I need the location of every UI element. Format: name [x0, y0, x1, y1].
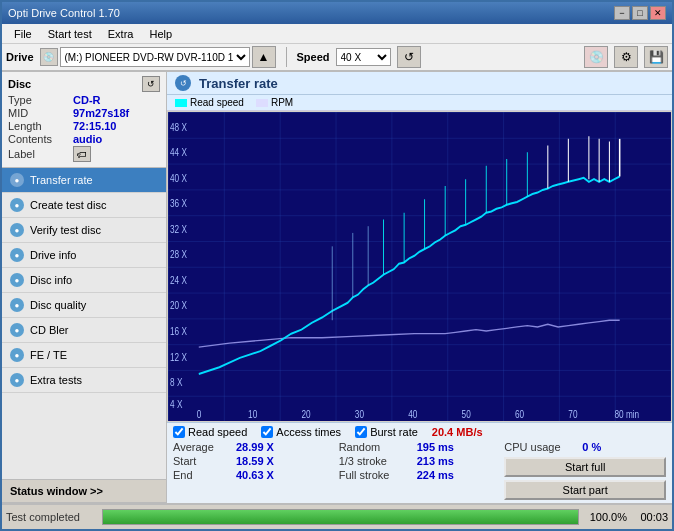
- mid-value: 97m27s18f: [73, 107, 129, 119]
- random-label: Random: [339, 441, 409, 453]
- drive-label: Drive: [6, 51, 34, 63]
- disc-label-button[interactable]: 🏷: [73, 146, 91, 162]
- nav-verify-test-disc[interactable]: ● Verify test disc: [2, 218, 166, 243]
- maximize-button[interactable]: □: [632, 6, 648, 20]
- access-times-checkbox[interactable]: [261, 426, 273, 438]
- window-controls: − □ ✕: [614, 6, 666, 20]
- disc-refresh-button[interactable]: ↺: [142, 76, 160, 92]
- cpu-value: 0 %: [582, 441, 601, 453]
- length-label: Length: [8, 120, 73, 132]
- cpu-label: CPU usage: [504, 441, 574, 453]
- extra-tests-icon: ●: [10, 373, 24, 387]
- nav-disc-info[interactable]: ● Disc info: [2, 268, 166, 293]
- legend-read-speed: Read speed: [175, 97, 244, 108]
- random-value: 195 ms: [417, 441, 454, 453]
- minimize-button[interactable]: −: [614, 6, 630, 20]
- nav-disc-quality[interactable]: ● Disc quality: [2, 293, 166, 318]
- fe-te-icon: ●: [10, 348, 24, 362]
- verify-test-disc-icon: ●: [10, 223, 24, 237]
- drive-select[interactable]: (M:) PIONEER DVD-RW DVR-110D 1.17: [60, 47, 250, 67]
- svg-text:4 X: 4 X: [170, 397, 183, 409]
- svg-text:0: 0: [197, 408, 202, 420]
- nav-fe-te-label: FE / TE: [30, 349, 67, 361]
- chart-icon: ↺: [175, 75, 191, 91]
- nav-extra-tests-label: Extra tests: [30, 374, 82, 386]
- chart-area: 48 X 44 X 40 X 36 X 32 X 28 X 24 X 20 X …: [168, 112, 671, 421]
- burst-rate-checkbox-label[interactable]: Burst rate: [355, 426, 418, 438]
- svg-text:28 X: 28 X: [170, 248, 187, 260]
- svg-text:24 X: 24 X: [170, 274, 187, 286]
- end-label: End: [173, 469, 228, 481]
- chart-footer: Read speed Access times Burst rate 20.4 …: [167, 422, 672, 503]
- title-bar: Opti Drive Control 1.70 − □ ✕: [2, 2, 672, 24]
- contents-label: Contents: [8, 133, 73, 145]
- svg-text:70: 70: [568, 408, 577, 420]
- start-full-button[interactable]: Start full: [504, 457, 666, 477]
- one-third-label: 1/3 stroke: [339, 455, 409, 467]
- save-button[interactable]: 💾: [644, 46, 668, 68]
- legend-rpm: RPM: [256, 97, 293, 108]
- controls-bar: Drive 💿 (M:) PIONEER DVD-RW DVR-110D 1.1…: [2, 44, 672, 72]
- svg-text:36 X: 36 X: [170, 197, 187, 209]
- legend-read-speed-label: Read speed: [190, 97, 244, 108]
- nav-create-test-disc[interactable]: ● Create test disc: [2, 193, 166, 218]
- nav-transfer-rate-label: Transfer rate: [30, 174, 93, 186]
- disc-icon-button[interactable]: 💿: [584, 46, 608, 68]
- end-value: 40.63 X: [236, 469, 274, 481]
- close-button[interactable]: ✕: [650, 6, 666, 20]
- svg-text:12 X: 12 X: [170, 350, 187, 362]
- nav-drive-info[interactable]: ● Drive info: [2, 243, 166, 268]
- nav-drive-info-label: Drive info: [30, 249, 76, 261]
- access-times-checkbox-text: Access times: [276, 426, 341, 438]
- menu-start-test[interactable]: Start test: [40, 26, 100, 42]
- access-times-checkbox-label[interactable]: Access times: [261, 426, 341, 438]
- type-value: CD-R: [73, 94, 101, 106]
- start-part-button[interactable]: Start part: [504, 480, 666, 500]
- mid-label: MID: [8, 107, 73, 119]
- menu-extra[interactable]: Extra: [100, 26, 142, 42]
- average-value: 28.99 X: [236, 441, 274, 453]
- eject-button[interactable]: ▲: [252, 46, 276, 68]
- speed-refresh-button[interactable]: ↺: [397, 46, 421, 68]
- length-value: 72:15.10: [73, 120, 116, 132]
- contents-value: audio: [73, 133, 102, 145]
- burst-rate-checkbox[interactable]: [355, 426, 367, 438]
- read-speed-color: [175, 99, 187, 107]
- disc-quality-icon: ●: [10, 298, 24, 312]
- one-third-value: 213 ms: [417, 455, 454, 467]
- svg-text:40: 40: [408, 408, 417, 420]
- status-window-button[interactable]: Status window >>: [2, 479, 166, 503]
- type-label: Type: [8, 94, 73, 106]
- chart-legend: Read speed RPM: [167, 95, 672, 111]
- bottom-bar: Test completed 100.0% 00:03: [2, 503, 672, 529]
- svg-text:48 X: 48 X: [170, 121, 187, 133]
- settings-button[interactable]: ⚙: [614, 46, 638, 68]
- svg-text:30: 30: [355, 408, 364, 420]
- chart-title: Transfer rate: [199, 76, 278, 91]
- read-speed-checkbox-text: Read speed: [188, 426, 247, 438]
- svg-text:60: 60: [515, 408, 524, 420]
- menu-help[interactable]: Help: [141, 26, 180, 42]
- transfer-rate-icon: ●: [10, 173, 24, 187]
- chart-header: ↺ Transfer rate: [167, 72, 672, 95]
- create-test-disc-icon: ●: [10, 198, 24, 212]
- nav-cd-bler[interactable]: ● CD Bler: [2, 318, 166, 343]
- chart-svg: 48 X 44 X 40 X 36 X 32 X 28 X 24 X 20 X …: [168, 112, 671, 421]
- cd-bler-icon: ●: [10, 323, 24, 337]
- disc-section: Disc ↺ Type CD-R MID 97m27s18f Length 72…: [2, 72, 166, 168]
- nav-create-test-disc-label: Create test disc: [30, 199, 106, 211]
- read-speed-checkbox[interactable]: [173, 426, 185, 438]
- svg-text:80 min: 80 min: [615, 408, 640, 420]
- rpm-color: [256, 99, 268, 107]
- read-speed-checkbox-label[interactable]: Read speed: [173, 426, 247, 438]
- nav-extra-tests[interactable]: ● Extra tests: [2, 368, 166, 393]
- nav-transfer-rate[interactable]: ● Transfer rate: [2, 168, 166, 193]
- nav-cd-bler-label: CD Bler: [30, 324, 69, 336]
- speed-select[interactable]: 40 X: [336, 48, 391, 66]
- nav-fe-te[interactable]: ● FE / TE: [2, 343, 166, 368]
- progress-bar-container: [102, 509, 579, 525]
- full-stroke-value: 224 ms: [417, 469, 454, 481]
- drive-info-icon: ●: [10, 248, 24, 262]
- burst-rate-value: 20.4 MB/s: [432, 426, 483, 438]
- menu-file[interactable]: File: [6, 26, 40, 42]
